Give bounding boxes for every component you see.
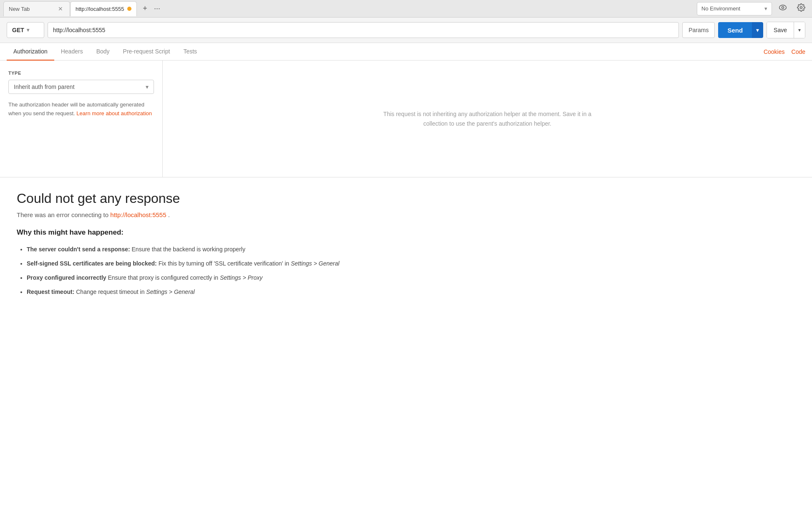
method-chevron-icon: ▾ <box>27 27 29 33</box>
tab-headers-label: Headers <box>61 48 83 55</box>
tab-tests-label: Tests <box>183 48 197 55</box>
tab-body-label: Body <box>96 48 110 55</box>
send-button[interactable]: Send <box>718 22 752 38</box>
reason-2-italic: Settings > General <box>291 260 339 267</box>
url-input[interactable] <box>48 22 679 38</box>
reason-4-normal: Change request timeout in <box>76 288 146 295</box>
eye-icon-button[interactable] <box>775 2 790 15</box>
reason-list: The server couldn't send a response: Ens… <box>17 243 795 298</box>
reason-1-normal: Ensure that the backend is working prope… <box>132 246 245 253</box>
reason-2-normal: Fix this by turning off 'SSL certificate… <box>159 260 291 267</box>
save-button-group: Save ▾ <box>767 22 805 38</box>
auth-type-value: Inherit auth from parent <box>14 83 75 90</box>
auth-content-area: TYPE Inherit auth from parent ▾ The auth… <box>0 61 812 177</box>
tab-pre-request-script[interactable]: Pre-request Script <box>116 43 177 61</box>
auth-right-panel: This request is not inheriting any autho… <box>163 61 812 177</box>
save-dropdown-button[interactable]: ▾ <box>794 22 805 38</box>
reason-3-normal: Ensure that proxy is configured correctl… <box>108 274 220 281</box>
svg-point-0 <box>779 5 787 10</box>
reason-1-bold: The server couldn't send a response: <box>27 246 130 253</box>
reason-item-1: The server couldn't send a response: Ens… <box>27 243 795 255</box>
cookies-link[interactable]: Cookies <box>764 43 785 60</box>
tab-body[interactable]: Body <box>90 43 116 61</box>
method-selector[interactable]: GET ▾ <box>7 22 44 38</box>
tab-tests[interactable]: Tests <box>177 43 204 61</box>
reason-3-bold: Proxy configured incorrectly <box>27 274 106 281</box>
reason-item-3: Proxy configured incorrectly Ensure that… <box>27 272 795 283</box>
env-chevron-icon: ▾ <box>764 5 767 12</box>
tab-headers[interactable]: Headers <box>54 43 90 61</box>
connection-status-dot <box>127 7 131 11</box>
save-button[interactable]: Save <box>767 22 794 38</box>
auth-left-panel: TYPE Inherit auth from parent ▾ The auth… <box>0 61 163 177</box>
type-label: TYPE <box>8 71 154 76</box>
response-subtitle: There was an error connecting to http://… <box>17 211 795 218</box>
new-tab[interactable]: New Tab ✕ <box>3 1 70 16</box>
tab-actions: + ··· <box>140 3 163 15</box>
method-label: GET <box>12 27 24 33</box>
auth-description: The authorization header will be automat… <box>8 101 154 118</box>
response-subtitle-suffix: . <box>168 211 170 218</box>
close-tab-icon[interactable]: ✕ <box>56 5 65 13</box>
settings-icon-button[interactable] <box>794 2 809 15</box>
auth-right-text: This request is not inheriting any autho… <box>383 109 592 128</box>
tab-authorization-label: Authorization <box>13 48 48 55</box>
auth-type-dropdown[interactable]: Inherit auth from parent ▾ <box>8 80 154 94</box>
learn-more-link[interactable]: Learn more about authorization <box>76 110 152 116</box>
reason-2-bold: Self-signed SSL certificates are being b… <box>27 260 157 267</box>
send-dropdown-button[interactable]: ▾ <box>752 22 763 38</box>
reason-3-italic: Settings > Proxy <box>220 274 262 281</box>
new-tab-label: New Tab <box>9 6 30 12</box>
svg-point-2 <box>800 7 802 9</box>
params-button[interactable]: Params <box>682 22 715 38</box>
active-tab[interactable]: http://localhost:5555 <box>70 1 137 16</box>
reason-item-2: Self-signed SSL certificates are being b… <box>27 258 795 269</box>
svg-point-1 <box>782 7 784 9</box>
tab-authorization[interactable]: Authorization <box>7 43 54 61</box>
request-tabs: Authorization Headers Body Pre-request S… <box>0 43 812 61</box>
tab-bar-right: No Environment ▾ <box>697 2 809 15</box>
add-tab-button[interactable]: + <box>140 3 150 15</box>
tab-pre-request-script-label: Pre-request Script <box>123 48 170 55</box>
active-tab-url: http://localhost:5555 <box>76 6 124 12</box>
tab-bar: New Tab ✕ http://localhost:5555 + ··· No… <box>0 0 812 18</box>
response-subtitle-prefix: There was an error connecting to <box>17 211 110 218</box>
request-toolbar: GET ▾ Params Send ▾ Save ▾ <box>0 18 812 43</box>
reason-4-bold: Request timeout: <box>27 288 74 295</box>
code-link[interactable]: Code <box>792 43 805 60</box>
more-tabs-button[interactable]: ··· <box>151 3 163 15</box>
tab-right-links: Cookies Code <box>764 43 805 60</box>
send-button-group: Send ▾ <box>718 22 763 38</box>
reason-4-italic: Settings > General <box>146 288 194 295</box>
environment-selector[interactable]: No Environment ▾ <box>697 2 772 15</box>
auth-type-chevron-icon: ▾ <box>146 83 149 90</box>
response-title: Could not get any response <box>17 191 795 206</box>
reason-item-4: Request timeout: Change request timeout … <box>27 286 795 298</box>
why-title: Why this might have happened: <box>17 228 795 237</box>
env-selector-label: No Environment <box>701 5 740 12</box>
response-error-url[interactable]: http://localhost:5555 <box>110 211 166 218</box>
response-area: Could not get any response There was an … <box>0 177 812 314</box>
